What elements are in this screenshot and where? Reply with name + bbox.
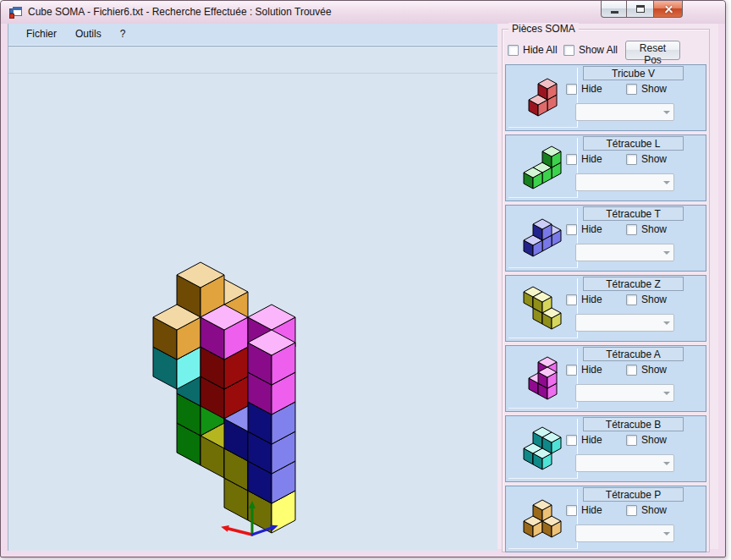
client-area: FichierOutils? Pièces SOMA Hide All Show… [8, 24, 718, 549]
window-title: Cube SOMA - Fichier6.txt - Recherche Eff… [28, 1, 332, 24]
piece-title: Tétracube L [583, 136, 684, 151]
piece-show-checkbox[interactable]: Show [626, 365, 667, 376]
caption-buttons [601, 1, 683, 18]
piece-hide-checkbox-box[interactable] [566, 84, 577, 95]
dropdown-arrow-icon [663, 532, 670, 535]
piece-thumbnail [508, 278, 578, 338]
reset-pos-button[interactable]: Reset Pos [625, 41, 680, 60]
dropdown-arrow-icon [663, 321, 670, 325]
piece-show-checkbox[interactable]: Show [626, 224, 667, 235]
piece-show-checkbox[interactable]: Show [626, 294, 667, 305]
piece-show-label: Show [641, 505, 667, 516]
piece-show-checkbox-box[interactable] [626, 154, 637, 165]
dropdown-arrow-icon [663, 462, 670, 465]
show-all-checkbox[interactable]: Show All [563, 45, 618, 56]
piece-position-dropdown[interactable] [575, 314, 674, 332]
show-all-label: Show All [579, 45, 618, 56]
piece-hide-checkbox[interactable]: Hide [566, 294, 602, 305]
piece-hide-label: Hide [581, 365, 602, 376]
piece-hide-label: Hide [581, 224, 602, 235]
menu-item-[interactable]: ? [111, 24, 135, 46]
piece-show-checkbox-box[interactable] [626, 84, 637, 95]
piece-hide-checkbox-box[interactable] [566, 154, 577, 165]
piece-position-dropdown[interactable] [575, 524, 674, 542]
piece-show-label: Show [641, 84, 667, 95]
piece-title: Tétracube A [583, 347, 684, 361]
dropdown-arrow-zone[interactable] [659, 385, 673, 401]
piece-show-label: Show [641, 294, 667, 305]
piece-show-checkbox-box[interactable] [626, 294, 637, 305]
piece-thumbnail [508, 68, 578, 128]
piece-show-checkbox-box[interactable] [626, 505, 637, 516]
piece-panel-6: Tétracube B Hide Show [505, 415, 706, 482]
piece-show-checkbox[interactable]: Show [626, 84, 667, 95]
piece-hide-checkbox-box[interactable] [566, 435, 577, 446]
dropdown-arrow-zone[interactable] [659, 315, 673, 331]
pieces-groupbox: Pièces SOMA Hide All Show All Reset Pos … [502, 29, 710, 552]
dropdown-arrow-zone[interactable] [659, 525, 673, 541]
dropdown-arrow-icon [663, 251, 670, 255]
piece-hide-checkbox-box[interactable] [566, 365, 577, 376]
piece-title: Tétracube B [583, 417, 684, 431]
hide-all-label: Hide All [523, 45, 558, 56]
piece-show-checkbox-box[interactable] [626, 365, 637, 376]
piece-hide-label: Hide [581, 154, 602, 165]
desktop: Cube SOMA - Fichier6.txt - Recherche Eff… [0, 0, 731, 560]
piece-position-dropdown[interactable] [575, 244, 674, 261]
dropdown-arrow-zone[interactable] [659, 244, 673, 261]
piece-show-label: Show [641, 224, 667, 235]
piece-show-checkbox-box[interactable] [626, 435, 637, 446]
piece-hide-checkbox-box[interactable] [566, 505, 577, 516]
piece-title: Tétracube T [583, 206, 684, 221]
dropdown-arrow-zone[interactable] [659, 174, 673, 190]
piece-title: Tricube V [583, 66, 684, 80]
piece-thumbnail [508, 419, 578, 479]
soma-figure-render [8, 47, 497, 551]
piece-position-dropdown[interactable] [575, 384, 674, 402]
left-area: FichierOutils? [8, 24, 497, 551]
dropdown-arrow-zone[interactable] [659, 455, 673, 471]
piece-hide-checkbox[interactable]: Hide [566, 435, 602, 446]
piece-show-label: Show [641, 154, 667, 165]
piece-panel-4: Tétracube Z Hide Show [505, 275, 706, 342]
hide-all-checkbox[interactable]: Hide All [508, 45, 558, 56]
piece-show-checkbox[interactable]: Show [626, 435, 667, 446]
maximize-button[interactable] [627, 1, 653, 18]
piece-thumbnail [508, 349, 578, 409]
piece-title: Tétracube P [583, 487, 684, 502]
piece-hide-label: Hide [581, 505, 602, 516]
app-icon [9, 6, 23, 19]
piece-show-checkbox[interactable]: Show [626, 154, 667, 165]
show-all-checkbox-box[interactable] [563, 45, 574, 56]
piece-hide-checkbox[interactable]: Hide [566, 365, 602, 376]
app-window: Cube SOMA - Fichier6.txt - Recherche Eff… [0, 0, 726, 557]
pieces-groupbox-title: Pièces SOMA [508, 23, 579, 35]
hide-all-checkbox-box[interactable] [508, 45, 519, 56]
piece-show-checkbox[interactable]: Show [626, 505, 667, 516]
piece-hide-label: Hide [581, 435, 602, 446]
close-button[interactable] [653, 1, 683, 18]
dropdown-arrow-zone[interactable] [659, 104, 673, 120]
piece-panel-7: Tétracube P Hide Show [505, 486, 706, 552]
piece-thumbnail [508, 208, 578, 268]
piece-position-dropdown[interactable] [575, 103, 674, 121]
piece-show-checkbox-box[interactable] [626, 224, 637, 235]
dropdown-arrow-icon [663, 181, 670, 184]
piece-hide-checkbox[interactable]: Hide [566, 224, 602, 235]
piece-position-dropdown[interactable] [575, 173, 674, 191]
menu-bar: FichierOutils? [8, 24, 497, 46]
piece-show-label: Show [641, 435, 667, 446]
piece-title: Tétracube Z [583, 277, 684, 291]
piece-thumbnail [508, 489, 578, 549]
menu-item-outils[interactable]: Outils [66, 24, 111, 46]
piece-position-dropdown[interactable] [575, 454, 674, 472]
3d-viewport[interactable] [8, 46, 497, 551]
piece-hide-checkbox[interactable]: Hide [566, 84, 602, 95]
piece-hide-checkbox-box[interactable] [566, 224, 577, 235]
minimize-button[interactable] [601, 1, 627, 18]
menu-item-fichier[interactable]: Fichier [17, 24, 66, 46]
piece-hide-checkbox[interactable]: Hide [566, 505, 602, 516]
piece-hide-checkbox[interactable]: Hide [566, 154, 602, 165]
titlebar[interactable]: Cube SOMA - Fichier6.txt - Recherche Eff… [1, 1, 725, 24]
piece-hide-checkbox-box[interactable] [566, 294, 577, 305]
